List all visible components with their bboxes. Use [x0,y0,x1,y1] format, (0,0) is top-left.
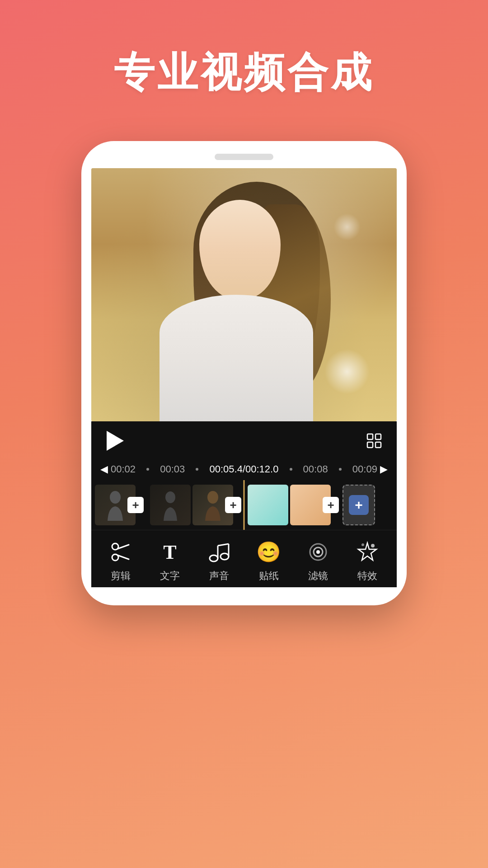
sticker-icon: 😊 [256,539,282,565]
tool-text[interactable]: T 文字 [157,539,183,583]
fullscreen-icon [366,433,382,448]
svg-point-18 [316,550,320,554]
portrait-coat [160,295,313,421]
tool-sticker[interactable]: 😊 贴纸 [256,539,282,583]
filter-icon [305,539,331,565]
scissors-icon [108,539,133,565]
clip-thumbnail-2[interactable] [150,485,191,525]
clip-thumbnail-1[interactable]: + [95,485,136,525]
music-icon [206,539,232,565]
text-icon: T [157,539,183,565]
svg-line-9 [117,545,129,549]
current-time-display: 00:05.4/00:12.0 [210,463,279,475]
tool-filter-label: 滤镜 [308,569,328,583]
tl-marker-3: 00:08 [303,463,328,475]
tool-audio[interactable]: 声音 [206,539,232,583]
tl-marker-4: 00:09 [352,463,377,475]
svg-line-10 [117,555,129,559]
fullscreen-button[interactable] [364,431,384,451]
app-container: 专业视频合成 [0,0,488,868]
svg-point-5 [165,491,175,503]
tl-marker-2: 00:03 [160,463,185,475]
svg-point-11 [210,555,218,561]
portrait-face [199,200,281,299]
tl-dot-2 [196,468,198,471]
timeline-track[interactable]: ◀ 00:02 00:03 00:05.4/00:12.0 00:08 00:0… [100,463,388,476]
clip-thumb-img-2 [150,485,191,525]
svg-point-12 [221,553,229,560]
clip-thumbnail-4[interactable] [248,485,288,525]
timeline-right-arrow: ▶ [380,463,388,475]
effects-icon [355,539,380,565]
svg-point-20 [371,544,375,547]
tool-audio-label: 声音 [209,569,229,583]
tool-cut[interactable]: 剪辑 [108,539,133,583]
tool-sticker-label: 贴纸 [259,569,279,583]
add-after-clip-3[interactable]: + [225,497,241,513]
svg-rect-1 [375,434,381,439]
svg-point-6 [207,491,218,504]
thumbnail-strip: + + [91,480,397,530]
bokeh-2 [333,213,361,241]
phone-mockup: ◀ 00:02 00:03 00:05.4/00:12.0 00:08 00:0… [81,141,407,605]
tl-marker-1: 00:02 [111,463,136,475]
music-svg [208,541,230,563]
page-headline: 专业视频合成 [114,45,374,100]
phone-notch [215,154,273,160]
add-after-clip-1[interactable]: + [127,497,144,513]
tool-filter[interactable]: 滤镜 [305,539,331,583]
tool-effects[interactable]: 特效 [355,539,380,583]
person-silhouette-2 [159,489,182,521]
tl-dot-3 [290,468,292,471]
person-silhouette-1 [104,489,127,521]
add-clip-plus-icon: + [349,495,369,515]
filter-svg [307,541,329,563]
play-icon [107,431,124,451]
timeline-labels: 00:02 00:03 00:05.4/00:12.0 00:08 00:09 [111,463,377,475]
video-preview[interactable] [91,168,397,421]
timeline-cursor [244,480,245,530]
effects-svg [357,541,378,563]
svg-point-4 [110,491,121,504]
tool-cut-label: 剪辑 [111,569,131,583]
clip-thumbnail-5[interactable]: + [290,485,331,525]
tool-text-label: 文字 [160,569,180,583]
clip-thumbnail-3[interactable]: + [192,485,233,525]
svg-line-15 [218,544,229,546]
scissors-svg [110,541,131,563]
clip-thumb-img-4 [248,485,288,525]
bottom-toolbar: 剪辑 T 文字 声音 😊 [91,530,397,587]
tl-dot-4 [339,468,342,471]
tl-dot-1 [146,468,149,471]
bokeh-1 [324,349,370,394]
player-controls [91,421,397,460]
timeline-bar: ◀ 00:02 00:03 00:05.4/00:12.0 00:08 00:0… [91,460,397,480]
tool-effects-label: 特效 [357,569,377,583]
add-after-clip-5[interactable]: + [323,497,339,513]
play-button[interactable] [104,429,127,452]
add-new-clip-button[interactable]: + [343,485,375,525]
svg-rect-2 [367,442,373,448]
svg-point-21 [361,543,364,546]
svg-rect-3 [375,442,381,448]
person-silhouette-3 [202,489,224,521]
svg-rect-0 [367,434,373,439]
timeline-left-arrow: ◀ [100,463,108,475]
